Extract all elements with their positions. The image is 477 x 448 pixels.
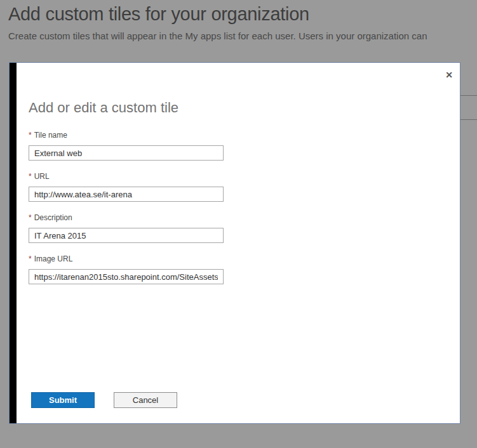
- required-asterisk: *: [29, 131, 32, 140]
- field-description: *Description: [29, 213, 224, 243]
- field-tile-name: *Tile name: [29, 131, 224, 161]
- page-header: Add custom tiles for your organization C…: [8, 4, 477, 41]
- custom-tile-dialog: ✕ Add or edit a custom tile *Tile name *…: [9, 62, 460, 424]
- tile-name-label: *Tile name: [29, 131, 224, 140]
- background-table-line: [460, 95, 477, 96]
- field-image-url: *Image URL: [29, 254, 224, 284]
- dialog-title: Add or edit a custom tile: [29, 100, 178, 116]
- image-url-input[interactable]: [29, 269, 224, 284]
- required-asterisk: *: [29, 172, 32, 181]
- url-label-text: URL: [34, 172, 50, 181]
- close-icon[interactable]: ✕: [443, 69, 455, 81]
- image-url-label-text: Image URL: [34, 254, 73, 263]
- page-subtitle: Create custom tiles that will appear in …: [8, 30, 477, 41]
- image-url-label: *Image URL: [29, 254, 224, 263]
- url-input[interactable]: [29, 187, 224, 202]
- url-label: *URL: [29, 172, 224, 181]
- tile-name-label-text: Tile name: [34, 131, 67, 140]
- page-title: Add custom tiles for your organization: [8, 4, 477, 25]
- description-label: *Description: [29, 213, 224, 222]
- dialog-buttons: SubmitCancel: [31, 392, 177, 408]
- required-asterisk: *: [29, 254, 32, 263]
- dialog-left-accent-bar: [10, 63, 17, 423]
- submit-button[interactable]: Submit: [31, 392, 95, 408]
- description-label-text: Description: [34, 213, 72, 222]
- description-input[interactable]: [29, 228, 224, 243]
- tile-name-input[interactable]: [29, 145, 224, 161]
- required-asterisk: *: [29, 213, 32, 222]
- background-table-line: [460, 119, 477, 120]
- cancel-button[interactable]: Cancel: [114, 392, 177, 408]
- field-url: *URL: [29, 172, 224, 202]
